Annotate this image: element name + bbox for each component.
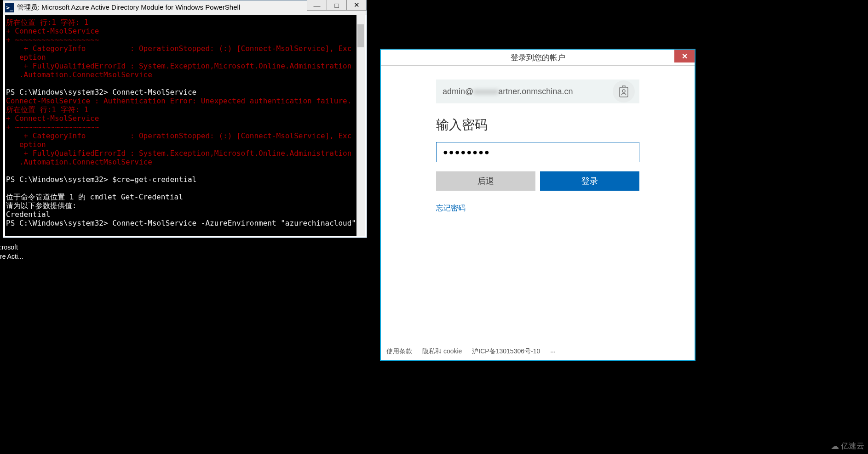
console-line: + CategoryInfo : OperationStopped: (:) […	[5, 44, 365, 53]
console-line: + FullyQualifiedErrorId : System.Excepti…	[5, 149, 365, 158]
console-line: 请为以下参数提供值:	[5, 201, 365, 210]
account-display[interactable]: admin@xxxxxxartner.onmschina.cn	[436, 79, 639, 103]
console-line: eption	[5, 140, 365, 149]
console-line: + ~~~~~~~~~~~~~~~~~~~	[5, 123, 365, 131]
powershell-titlebar[interactable]: >_ 管理员: Microsoft Azure Active Directory…	[3, 0, 367, 15]
console-line: 所在位置 行:1 字符: 1	[5, 18, 365, 27]
powershell-console[interactable]: 所在位置 行:1 字符: 1+ Connect-MsolService+ ~~~…	[3, 15, 367, 238]
watermark: ☁ 亿速云	[831, 441, 864, 451]
login-dialog: 登录到您的帐户 ✕ admin@xxxxxxartner.onmschina.c…	[380, 49, 696, 361]
back-button[interactable]: 后退	[436, 171, 535, 191]
console-line: eption	[5, 53, 365, 62]
close-button[interactable]: ✕	[346, 0, 367, 11]
more-link[interactable]: ···	[550, 348, 556, 355]
console-line: + ~~~~~~~~~~~~~~~~~~~	[5, 35, 365, 44]
minimize-button[interactable]: —	[307, 0, 327, 11]
button-row: 后退 登录	[436, 171, 639, 191]
privacy-link[interactable]: 隐私和 cookie	[422, 347, 462, 356]
password-input[interactable]	[436, 142, 639, 162]
login-titlebar[interactable]: 登录到您的帐户 ✕	[381, 50, 695, 65]
icp-text[interactable]: 沪ICP备13015306号-10	[472, 347, 540, 356]
login-title: 登录到您的帐户	[511, 52, 565, 63]
console-line: .Automation.ConnectMsolService	[5, 158, 365, 166]
login-body: admin@xxxxxxartner.onmschina.cn 输入密码 后退 …	[381, 66, 695, 343]
console-line: PS C:\Windows\system32> $cre=get-credent…	[5, 175, 365, 184]
console-line: 所在位置 行:1 字符: 1	[5, 105, 365, 114]
console-line	[5, 79, 365, 88]
powershell-window: >_ 管理员: Microsoft Azure Active Directory…	[3, 0, 367, 238]
badge-icon	[613, 80, 635, 102]
account-email: admin@xxxxxxartner.onmschina.cn	[443, 87, 633, 96]
console-line	[5, 166, 365, 175]
console-line: 位于命令管道位置 1 的 cmdlet Get-Credential	[5, 193, 365, 201]
console-line: Credential	[5, 210, 365, 219]
login-footer: 使用条款 隐私和 cookie 沪ICP备13015306号-10 ···	[381, 343, 695, 360]
console-line: + Connect-MsolService	[5, 27, 365, 35]
taskbar-text-1: :rosoft	[0, 243, 23, 252]
console-line: Connect-MsolService : Authentication Err…	[5, 96, 365, 105]
forgot-password-link[interactable]: 忘记密码	[436, 204, 639, 213]
password-heading: 输入密码	[436, 116, 639, 134]
svg-point-1	[622, 90, 625, 92]
console-line: PS C:\Windows\system32> Connect-MsolServ…	[5, 219, 365, 227]
powershell-icon: >_	[5, 3, 14, 12]
console-line: PS C:\Windows\system32> Connect-MsolServ…	[5, 88, 365, 96]
taskbar-fragment: :rosoft re Acti...	[0, 243, 23, 261]
taskbar-text-2: re Acti...	[0, 252, 23, 261]
maximize-button[interactable]: □	[327, 0, 347, 11]
terms-link[interactable]: 使用条款	[386, 347, 412, 356]
console-line: + CategoryInfo : OperationStopped: (:) […	[5, 131, 365, 140]
cloud-icon: ☁	[831, 441, 839, 451]
console-line: + FullyQualifiedErrorId : System.Excepti…	[5, 62, 365, 70]
close-button[interactable]: ✕	[674, 50, 695, 62]
powershell-title: 管理员: Microsoft Azure Active Directory Mo…	[17, 3, 240, 12]
login-button[interactable]: 登录	[540, 171, 639, 191]
console-line: .Automation.ConnectMsolService	[5, 70, 365, 79]
window-controls: — □ ✕	[307, 0, 367, 11]
scrollbar[interactable]	[356, 15, 365, 236]
console-line	[5, 184, 365, 193]
console-line: + Connect-MsolService	[5, 114, 365, 123]
